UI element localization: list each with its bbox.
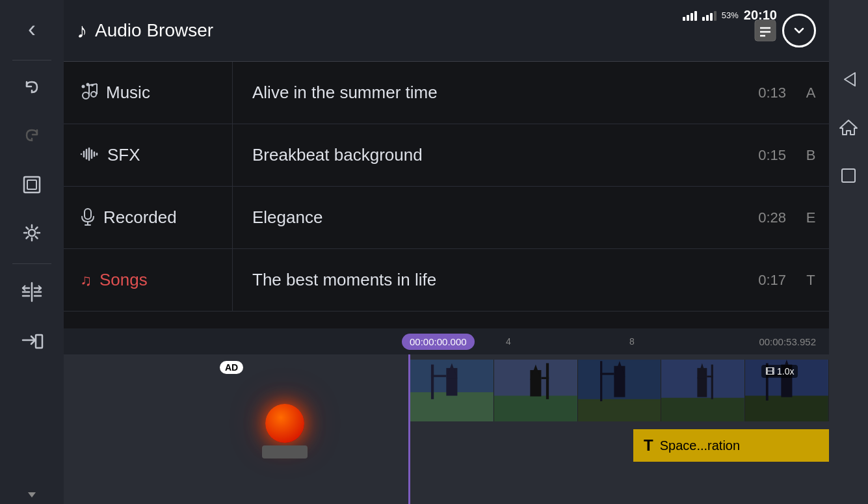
- svg-point-16: [83, 92, 89, 99]
- left-sidebar: ‹: [0, 0, 64, 504]
- category-recorded: Recorded: [70, 187, 233, 248]
- audio-row-recorded[interactable]: Recorded Elegance 0:28 E: [64, 187, 829, 249]
- text-track-icon: T: [644, 436, 653, 455]
- category-songs: ♫ Songs: [70, 249, 233, 311]
- video-track[interactable]: 🎞 1.0x: [408, 360, 829, 421]
- svg-rect-35: [410, 392, 493, 421]
- ruler-mark-8: 8: [629, 336, 635, 347]
- signal-bar-6: [706, 15, 709, 21]
- svg-point-21: [82, 85, 85, 88]
- export-button[interactable]: [9, 317, 55, 363]
- redo-button[interactable]: [9, 114, 55, 159]
- recorded-duration: 0:28: [758, 209, 799, 226]
- timeline-content: AD 🎞 1.0x: [64, 354, 829, 504]
- undo-button[interactable]: [9, 66, 55, 111]
- music-track-name: Alive in the summer time: [233, 83, 758, 103]
- ruler-mark-4: 4: [506, 336, 511, 347]
- signal-bars-1: [683, 10, 697, 21]
- svg-point-2: [29, 230, 35, 236]
- siren-light: [265, 404, 304, 443]
- header-title-text: Audio Browser: [95, 20, 213, 41]
- svg-rect-66: [842, 169, 855, 182]
- recorded-track-name: Elegance: [233, 207, 758, 228]
- svg-point-23: [91, 84, 94, 86]
- svg-rect-0: [24, 177, 40, 192]
- header: ♪ Audio Browser 53% 20:10: [64, 0, 829, 62]
- home-button[interactable]: [834, 113, 863, 142]
- signal-bar-3: [690, 13, 693, 21]
- recorded-category-icon: [80, 207, 96, 228]
- songs-duration: 0:17: [758, 272, 799, 289]
- signal-bar-2: [687, 15, 689, 21]
- status-bar: 53% 20:10: [683, 8, 777, 23]
- speed-label: 1.0x: [777, 366, 794, 377]
- audio-row-songs[interactable]: ♫ Songs The best moments in life 0:17 T: [64, 249, 829, 312]
- svg-rect-39: [431, 375, 446, 377]
- time-display: 20:10: [744, 8, 777, 23]
- signal-bar-8: [714, 11, 717, 21]
- svg-rect-31: [85, 209, 91, 219]
- end-timecode: 00:00:53.952: [759, 336, 816, 347]
- audio-row-sfx[interactable]: SFX Breakbeat background 0:15 B: [64, 124, 829, 187]
- chevron-down-button[interactable]: [782, 14, 816, 47]
- svg-rect-59: [745, 395, 828, 421]
- text-track-label: Space...ration: [660, 438, 740, 453]
- video-frame-2: [494, 360, 578, 421]
- music-duration: 0:13: [758, 85, 799, 101]
- signal-bar-5: [702, 17, 705, 21]
- svg-rect-53: [661, 398, 744, 421]
- songs-letter: T: [799, 272, 822, 289]
- ad-badge: AD: [220, 361, 243, 374]
- header-title-area: ♪ Audio Browser: [77, 19, 748, 43]
- sidebar-divider-2: [12, 263, 51, 264]
- songs-track-name: The best moments in life: [233, 270, 758, 290]
- music-note-icon: ♪: [77, 19, 87, 43]
- svg-rect-38: [431, 365, 434, 399]
- small-triangle-icon: [28, 492, 36, 497]
- film-icon: 🎞: [765, 366, 774, 377]
- svg-point-22: [86, 83, 90, 86]
- audio-browser-list: Music Alive in the summer time 0:13 A: [64, 62, 829, 328]
- songs-category-label: Songs: [99, 270, 148, 290]
- svg-rect-41: [494, 395, 577, 421]
- back-button[interactable]: ‹: [9, 7, 55, 52]
- frames-button[interactable]: [9, 162, 55, 207]
- signal-bars-2: [702, 10, 717, 21]
- battery-info: 53%: [722, 10, 739, 20]
- svg-marker-65: [840, 120, 857, 135]
- svg-rect-44: [546, 363, 549, 399]
- sfx-category-icon: [80, 147, 99, 164]
- signal-bar-7: [710, 13, 713, 21]
- square-button[interactable]: [834, 161, 863, 190]
- right-sidebar: [829, 0, 868, 504]
- category-sfx: SFX: [70, 124, 233, 186]
- svg-rect-10: [36, 335, 42, 348]
- text-overlay-track[interactable]: T Space...ration: [633, 429, 829, 462]
- playhead-line: [408, 354, 410, 504]
- timeline-area: 00:00:00.000 4 8 00:00:53.952 AD 🎞 1.0x: [64, 328, 829, 504]
- svg-rect-12: [755, 20, 776, 41]
- settings-button[interactable]: [9, 210, 55, 256]
- music-category-icon: [80, 81, 98, 104]
- sfx-category-label: SFX: [107, 145, 140, 165]
- signal-bar-1: [683, 17, 685, 21]
- music-category-label: Music: [106, 83, 150, 103]
- main-area: ♪ Audio Browser 53% 20:10: [64, 0, 829, 504]
- split-button[interactable]: [9, 269, 55, 315]
- svg-marker-64: [845, 73, 855, 86]
- svg-rect-56: [711, 365, 713, 399]
- audio-row-music[interactable]: Music Alive in the summer time 0:13 A: [64, 62, 829, 124]
- siren-base: [262, 445, 308, 458]
- siren-element: [252, 367, 317, 458]
- timeline-ruler: 00:00:00.000 4 8 00:00:53.952: [64, 328, 829, 354]
- songs-category-icon: ♫: [80, 271, 92, 289]
- svg-rect-45: [541, 377, 549, 379]
- sidebar-divider-1: [12, 60, 51, 60]
- sfx-duration: 0:15: [758, 147, 799, 164]
- svg-rect-57: [707, 376, 714, 378]
- sfx-track-name: Breakbeat background: [233, 145, 758, 165]
- play-back-button[interactable]: [834, 65, 863, 94]
- signal-bar-4: [694, 11, 697, 21]
- sidebar-bottom: [28, 492, 36, 504]
- svg-rect-50: [600, 361, 602, 401]
